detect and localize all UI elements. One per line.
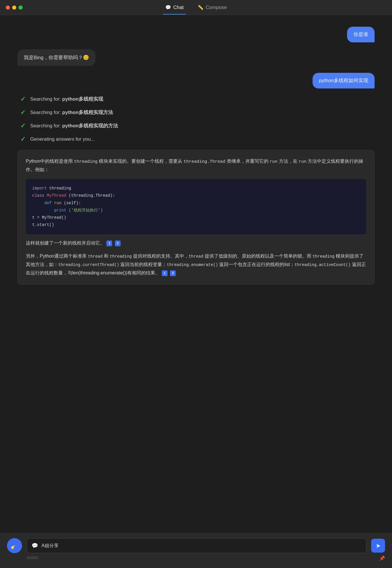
tab-compose[interactable]: ✏️ Compose — [195, 3, 229, 12]
user-message-1: 你是谁 — [17, 27, 375, 42]
bot-bubble-1: 我是Bing，你需要帮助吗？😊 — [17, 49, 95, 66]
search-item-4: ✓ Generating answers for you... — [20, 135, 372, 143]
footnote-badge-3[interactable]: 1 — [162, 270, 168, 276]
avatar-icon: 🧹 — [10, 542, 19, 550]
response-block: Python中的线程是使用 threading 模块来实现的。要创建一个线程，需… — [17, 150, 375, 285]
code-line-6: t.start() — [32, 221, 360, 229]
response-after-code: 这样就创建了一个新的线程并启动它。 1 2 — [26, 239, 366, 247]
search-text-3: Searching for: python多线程实现的方法 — [30, 122, 118, 129]
user-bubble-2: python多线程如何实现 — [313, 73, 375, 88]
footnote-badge-4[interactable]: 2 — [170, 270, 176, 276]
code-line-1: import threading — [32, 185, 360, 192]
user-message-2: python多线程如何实现 — [17, 73, 375, 88]
message-input[interactable] — [41, 543, 362, 548]
search-text-1: Searching for: python多线程实现 — [30, 96, 103, 102]
code-line-5: t = MyThread() — [32, 214, 360, 221]
chat-tab-icon: 💬 — [165, 5, 171, 10]
titlebar: 💬 Chat ✏️ Compose — [0, 0, 392, 15]
tab-chat[interactable]: 💬 Chat — [163, 3, 186, 12]
char-count-label: 5/2000 — [27, 556, 38, 561]
response-intro: Python中的线程是使用 threading 模块来实现的。要创建一个线程，需… — [26, 157, 366, 174]
bing-avatar: 🧹 — [7, 538, 22, 553]
search-item-1: ✓ Searching for: python多线程实现 — [20, 95, 372, 103]
tab-container: 💬 Chat ✏️ Compose — [163, 3, 229, 12]
send-arrow-icon: ➤ — [376, 542, 381, 549]
maximize-button[interactable] — [19, 6, 23, 10]
search-text-2: Searching for: python多线程实现方法 — [30, 109, 113, 116]
compose-tab-label: Compose — [206, 5, 227, 10]
minimize-button[interactable] — [12, 6, 16, 10]
window-controls — [6, 6, 23, 10]
pin-icon[interactable]: 📌 — [379, 556, 385, 561]
check-icon-1: ✓ — [20, 95, 26, 103]
user-bubble-1: 你是谁 — [347, 27, 375, 42]
search-text-4: Generating answers for you... — [30, 136, 95, 142]
code-line-2: class MyThread (threading.Thread): — [32, 192, 360, 199]
send-button[interactable]: ➤ — [371, 539, 385, 553]
search-item-3: ✓ Searching for: python多线程实现的方法 — [20, 122, 372, 130]
code-block: import threading class MyThread (threadi… — [26, 179, 366, 234]
code-line-4: print ('线程开始执行') — [32, 207, 360, 214]
close-button[interactable] — [6, 6, 10, 10]
char-count-row: 5/2000 📌 — [7, 556, 385, 561]
search-item-2: ✓ Searching for: python多线程实现方法 — [20, 109, 372, 116]
chat-area: 你是谁 我是Bing，你需要帮助吗？😊 python多线程如何实现 ✓ Sear… — [0, 15, 392, 533]
compose-tab-icon: ✏️ — [198, 5, 204, 10]
chat-tab-label: Chat — [173, 5, 184, 10]
check-icon-4: ✓ — [20, 135, 26, 143]
input-bar: 🧹 💬 ➤ 5/2000 📌 — [0, 533, 392, 568]
bot-message-1: 我是Bing，你需要帮助吗？😊 — [17, 49, 375, 66]
footnote-badge-2[interactable]: 2 — [115, 240, 121, 246]
message-icon: 💬 — [32, 542, 38, 549]
code-line-3: def run (self): — [32, 200, 360, 207]
search-status-container: ✓ Searching for: python多线程实现 ✓ Searching… — [17, 95, 375, 143]
check-icon-2: ✓ — [20, 109, 26, 116]
input-field-wrap[interactable]: 💬 — [27, 538, 366, 553]
input-row: 🧹 💬 ➤ — [7, 538, 385, 553]
check-icon-3: ✓ — [20, 122, 26, 130]
footnote-badge-1[interactable]: 1 — [106, 240, 112, 246]
response-para2: 另外，Python通过两个标准库 thread 和 threading 提供对线… — [26, 252, 366, 277]
